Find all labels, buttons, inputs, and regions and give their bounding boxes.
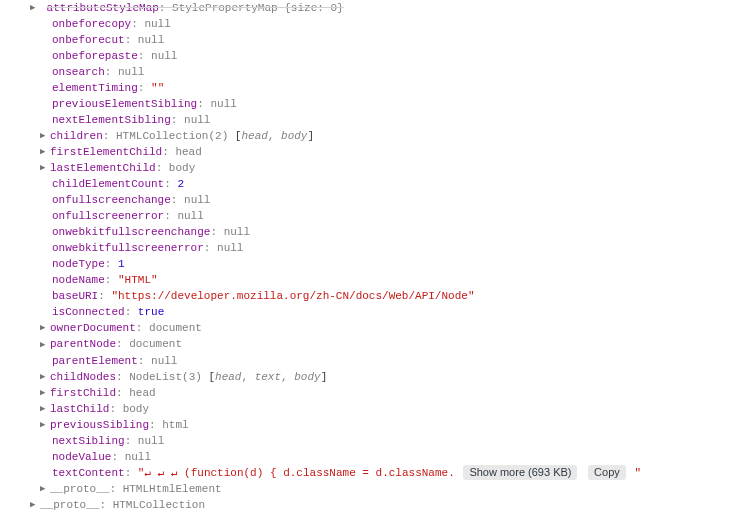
proto-row[interactable]: ▶__proto__: HTMLCollection: [4, 497, 743, 513]
prop-key: nodeValue: [52, 451, 111, 463]
prop-row-nextSibling[interactable]: nextSibling: null: [4, 433, 743, 449]
expand-arrow-icon[interactable]: ▶: [40, 369, 50, 385]
prop-key: onwebkitfullscreenerror: [52, 242, 204, 254]
expand-arrow-icon[interactable]: ▶: [40, 128, 50, 144]
prop-key: elementTiming: [52, 82, 138, 94]
expand-arrow-icon[interactable]: ▶: [40, 385, 50, 401]
prop-row-childElementCount[interactable]: childElementCount: 2: [4, 176, 743, 192]
prop-key: attributeStyleMap: [47, 2, 159, 14]
expand-arrow-icon[interactable]: ▶: [40, 481, 50, 497]
prop-row-parentNode[interactable]: ▶parentNode: document: [4, 336, 743, 352]
collection-item: head: [215, 371, 241, 383]
prop-row-lastElementChild[interactable]: ▶lastElementChild: body: [4, 160, 743, 176]
expand-arrow-icon[interactable]: ▶: [40, 337, 50, 353]
prop-key: previousElementSibling: [52, 98, 197, 110]
proto-value: HTMLHtmlElement: [123, 483, 222, 495]
prop-key: children: [50, 130, 103, 142]
proto-key: __proto__: [40, 499, 99, 511]
prop-row-onwebkitfullscreenerror[interactable]: onwebkitfullscreenerror: null: [4, 240, 743, 256]
prop-value: null: [184, 194, 210, 206]
prop-key: onbeforecopy: [52, 18, 131, 30]
prop-value: body: [123, 403, 149, 415]
prop-value: null: [224, 226, 250, 238]
prop-row-onbeforepaste[interactable]: onbeforepaste: null: [4, 48, 743, 64]
prop-row-firstChild[interactable]: ▶firstChild: head: [4, 385, 743, 401]
prop-row-onfullscreenerror[interactable]: onfullscreenerror: null: [4, 208, 743, 224]
collection-item: body: [294, 371, 320, 383]
prop-value: null: [144, 18, 170, 30]
prop-detail: {size: 0}: [284, 2, 343, 14]
prop-type: StylePropertyMap: [172, 2, 278, 14]
show-more-button[interactable]: Show more (693 KB): [463, 465, 577, 480]
proto-key: __proto__: [50, 483, 109, 495]
prop-row-nextElementSibling[interactable]: nextElementSibling: null: [4, 112, 743, 128]
prop-key: nodeName: [52, 274, 105, 286]
prop-row-nodeType[interactable]: nodeType: 1: [4, 256, 743, 272]
prop-key: firstElementChild: [50, 146, 162, 158]
prop-row-children[interactable]: ▶children: HTMLCollection(2) [head, body…: [4, 128, 743, 144]
prop-key: previousSibling: [50, 419, 149, 431]
prop-value: NodeList(3): [129, 371, 202, 383]
prop-value: 1: [118, 258, 125, 270]
prop-row-ownerDocument[interactable]: ▶ownerDocument: document: [4, 320, 743, 336]
prop-value: null: [177, 210, 203, 222]
prop-value: "": [151, 82, 164, 94]
prop-value: "HTML": [118, 274, 158, 286]
prop-row-onfullscreenchange[interactable]: onfullscreenchange: null: [4, 192, 743, 208]
prop-value: null: [184, 114, 210, 126]
prop-value: document: [149, 322, 202, 334]
prop-value: "https://developer.mozilla.org/zh-CN/doc…: [111, 290, 474, 302]
proto-row[interactable]: ▶__proto__: HTMLHtmlElement: [4, 481, 743, 497]
expand-arrow-icon[interactable]: ▶: [40, 144, 50, 160]
proto-list: ▶__proto__: HTMLHtmlElement▶__proto__: H…: [4, 481, 743, 513]
expand-arrow-icon[interactable]: ▶: [40, 160, 50, 176]
console-object-tree: ▶ attributeStyleMap: StylePropertyMap {s…: [0, 0, 747, 513]
prop-value: head: [175, 146, 201, 158]
prop-value: true: [138, 306, 164, 318]
prop-value: null: [118, 66, 144, 78]
prop-row-previousElementSibling[interactable]: previousElementSibling: null: [4, 96, 743, 112]
prop-row-previousSibling[interactable]: ▶previousSibling: html: [4, 417, 743, 433]
prop-value: null: [217, 242, 243, 254]
prop-value: null: [151, 50, 177, 62]
prop-key: onbeforecut: [52, 34, 125, 46]
prop-row-parentElement[interactable]: parentElement: null: [4, 353, 743, 369]
prop-value: document: [129, 338, 182, 350]
prop-row-childNodes[interactable]: ▶childNodes: NodeList(3) [head, text, bo…: [4, 369, 743, 385]
text-glyphs: ↵ ↵ ↵: [144, 467, 184, 479]
expand-arrow-icon[interactable]: ▶: [30, 497, 40, 513]
prop-row-textContent[interactable]: textContent: "↵ ↵ ↵ (function(d) { d.cla…: [4, 465, 743, 481]
prop-row-isConnected[interactable]: isConnected: true: [4, 304, 743, 320]
prop-key: onsearch: [52, 66, 105, 78]
prop-key: childElementCount: [52, 178, 164, 190]
prop-row-lastChild[interactable]: ▶lastChild: body: [4, 401, 743, 417]
prop-key: onwebkitfullscreenchange: [52, 226, 210, 238]
prop-row-firstElementChild[interactable]: ▶firstElementChild: head: [4, 144, 743, 160]
prop-row-onwebkitfullscreenchange[interactable]: onwebkitfullscreenchange: null: [4, 224, 743, 240]
prop-row-baseURI[interactable]: baseURI: "https://developer.mozilla.org/…: [4, 288, 743, 304]
prop-value: null: [210, 98, 236, 110]
expand-arrow-icon[interactable]: ▶: [40, 320, 50, 336]
expand-arrow-icon[interactable]: ▶: [30, 0, 40, 16]
prop-key: ownerDocument: [50, 322, 136, 334]
prop-row-nodeName[interactable]: nodeName: "HTML": [4, 272, 743, 288]
prop-value: null: [151, 355, 177, 367]
prop-row-nodeValue[interactable]: nodeValue: null: [4, 449, 743, 465]
expand-arrow-icon[interactable]: ▶: [40, 417, 50, 433]
prop-key: isConnected: [52, 306, 125, 318]
prop-row-onsearch[interactable]: onsearch: null: [4, 64, 743, 80]
prop-row-onbeforecopy[interactable]: onbeforecopy: null: [4, 16, 743, 32]
prop-key: lastChild: [50, 403, 109, 415]
prop-value: head: [129, 387, 155, 399]
prop-value: HTMLCollection(2): [116, 130, 228, 142]
prop-row-attributeStyleMap[interactable]: ▶ attributeStyleMap: StylePropertyMap {s…: [4, 0, 743, 16]
prop-row-onbeforecut[interactable]: onbeforecut: null: [4, 32, 743, 48]
prop-value: html: [162, 419, 188, 431]
expand-arrow-icon[interactable]: ▶: [40, 401, 50, 417]
copy-button[interactable]: Copy: [588, 465, 626, 480]
prop-value: null: [138, 34, 164, 46]
collection-item: text: [255, 371, 281, 383]
prop-key: onfullscreenerror: [52, 210, 164, 222]
prop-row-elementTiming[interactable]: elementTiming: "": [4, 80, 743, 96]
text-snippet: (function(d) { d.className = d.className…: [184, 467, 455, 479]
